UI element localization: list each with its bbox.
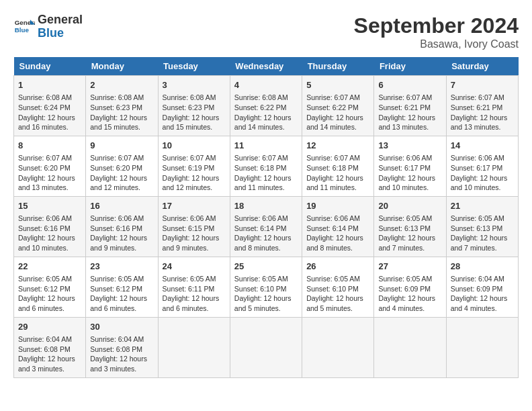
calendar-table: Sunday Monday Tuesday Wednesday Thursday… bbox=[13, 57, 519, 378]
cell-info-line: and 14 minutes. bbox=[234, 122, 298, 132]
title-area: September 2024 Basawa, Ivory Coast bbox=[354, 13, 519, 50]
day-number: 13 bbox=[378, 140, 441, 152]
cell-info-line: Sunset: 6:17 PM bbox=[451, 163, 514, 173]
cell-info-line: and 11 minutes. bbox=[234, 183, 298, 193]
cell-info-line: Sunset: 6:18 PM bbox=[234, 163, 298, 173]
calendar-cell bbox=[374, 317, 446, 377]
cell-info-line: and 14 minutes. bbox=[306, 122, 369, 132]
cell-info-line: Sunset: 6:08 PM bbox=[90, 345, 153, 355]
cell-info-line: Sunset: 6:08 PM bbox=[18, 345, 81, 355]
cell-info-line: Daylight: 12 hours bbox=[378, 113, 441, 123]
cell-info-line: and 9 minutes. bbox=[90, 243, 153, 253]
cell-info-line: and 6 minutes. bbox=[163, 304, 226, 314]
cell-info-line: Daylight: 12 hours bbox=[234, 173, 298, 183]
cell-info-line: Sunrise: 6:05 AM bbox=[90, 274, 153, 284]
cell-info-line: and 5 minutes. bbox=[234, 304, 298, 314]
day-number: 14 bbox=[451, 140, 514, 152]
cell-info-line: Sunrise: 6:07 AM bbox=[90, 153, 153, 163]
cell-info-line: Sunset: 6:23 PM bbox=[163, 103, 226, 113]
day-number: 29 bbox=[18, 321, 81, 333]
calendar-cell: 28Sunrise: 6:04 AMSunset: 6:09 PMDayligh… bbox=[446, 257, 518, 317]
cell-info-line: Sunrise: 6:05 AM bbox=[234, 274, 298, 284]
cell-info-line: Sunrise: 6:07 AM bbox=[163, 153, 226, 163]
calendar-header-row: Sunday Monday Tuesday Wednesday Thursday… bbox=[14, 57, 519, 76]
cell-info-line: and 3 minutes. bbox=[90, 364, 153, 374]
col-monday: Monday bbox=[86, 57, 158, 76]
cell-info-line: Daylight: 12 hours bbox=[18, 293, 81, 304]
cell-info-line: Daylight: 12 hours bbox=[163, 173, 226, 183]
logo: General Blue General Blue bbox=[13, 13, 83, 40]
cell-info-line: and 7 minutes. bbox=[378, 243, 441, 253]
cell-info-line: Sunrise: 6:06 AM bbox=[451, 153, 514, 163]
day-number: 23 bbox=[90, 261, 153, 273]
calendar-cell: 9Sunrise: 6:07 AMSunset: 6:20 PMDaylight… bbox=[86, 136, 158, 196]
day-number: 16 bbox=[90, 200, 153, 212]
day-number: 17 bbox=[163, 200, 226, 212]
cell-info-line: Sunrise: 6:08 AM bbox=[90, 93, 153, 103]
calendar-cell: 2Sunrise: 6:08 AMSunset: 6:23 PMDaylight… bbox=[86, 76, 158, 136]
cell-info-line: and 16 minutes. bbox=[18, 122, 81, 132]
cell-info-line: Sunset: 6:18 PM bbox=[306, 163, 369, 173]
cell-info-line: Sunrise: 6:07 AM bbox=[306, 93, 369, 103]
cell-info-line: and 15 minutes. bbox=[90, 122, 153, 132]
cell-info-line: Daylight: 12 hours bbox=[451, 173, 514, 183]
calendar-cell: 14Sunrise: 6:06 AMSunset: 6:17 PMDayligh… bbox=[446, 136, 518, 196]
cell-info-line: Sunset: 6:10 PM bbox=[234, 284, 298, 294]
day-number: 24 bbox=[163, 261, 226, 273]
cell-info-line: Sunset: 6:09 PM bbox=[378, 284, 441, 294]
cell-info-line: Daylight: 12 hours bbox=[451, 113, 514, 123]
day-number: 18 bbox=[234, 200, 298, 212]
calendar-cell: 1Sunrise: 6:08 AMSunset: 6:24 PMDaylight… bbox=[14, 76, 86, 136]
cell-info-line: and 5 minutes. bbox=[306, 304, 369, 314]
cell-info-line: Sunset: 6:21 PM bbox=[451, 103, 514, 113]
cell-info-line: and 10 minutes. bbox=[451, 183, 514, 193]
day-number: 11 bbox=[234, 140, 298, 152]
day-number: 26 bbox=[306, 261, 369, 273]
cell-info-line: Daylight: 12 hours bbox=[306, 113, 369, 123]
calendar-cell bbox=[158, 317, 230, 377]
calendar-cell: 25Sunrise: 6:05 AMSunset: 6:10 PMDayligh… bbox=[230, 257, 302, 317]
cell-info-line: Sunrise: 6:08 AM bbox=[163, 93, 226, 103]
cell-info-line: Sunset: 6:17 PM bbox=[378, 163, 441, 173]
calendar-cell: 27Sunrise: 6:05 AMSunset: 6:09 PMDayligh… bbox=[374, 257, 446, 317]
cell-info-line: Sunset: 6:14 PM bbox=[234, 224, 298, 234]
cell-info-line: Sunset: 6:13 PM bbox=[378, 224, 441, 234]
logo-icon: General Blue bbox=[13, 16, 35, 38]
col-thursday: Thursday bbox=[302, 57, 374, 76]
cell-info-line: Daylight: 12 hours bbox=[90, 173, 153, 183]
location-title: Basawa, Ivory Coast bbox=[354, 38, 519, 50]
calendar-cell: 8Sunrise: 6:07 AMSunset: 6:20 PMDaylight… bbox=[14, 136, 86, 196]
cell-info-line: and 10 minutes. bbox=[18, 243, 81, 253]
day-number: 2 bbox=[90, 79, 153, 91]
calendar-cell: 3Sunrise: 6:08 AMSunset: 6:23 PMDaylight… bbox=[158, 76, 230, 136]
cell-info-line: Sunrise: 6:04 AM bbox=[451, 274, 514, 284]
cell-info-line: Daylight: 12 hours bbox=[90, 233, 153, 243]
day-number: 27 bbox=[378, 261, 441, 273]
cell-info-line: Daylight: 12 hours bbox=[378, 293, 441, 304]
logo-text: General Blue bbox=[38, 13, 83, 40]
cell-info-line: and 3 minutes. bbox=[18, 364, 81, 374]
cell-info-line: Sunrise: 6:06 AM bbox=[18, 214, 81, 224]
calendar-week-row: 29Sunrise: 6:04 AMSunset: 6:08 PMDayligh… bbox=[14, 317, 519, 377]
day-number: 5 bbox=[306, 79, 369, 91]
calendar-cell bbox=[302, 317, 374, 377]
day-number: 8 bbox=[18, 140, 81, 152]
cell-info-line: Sunset: 6:21 PM bbox=[378, 103, 441, 113]
calendar-cell: 12Sunrise: 6:07 AMSunset: 6:18 PMDayligh… bbox=[302, 136, 374, 196]
day-number: 25 bbox=[234, 261, 298, 273]
calendar-cell: 17Sunrise: 6:06 AMSunset: 6:15 PMDayligh… bbox=[158, 196, 230, 257]
cell-info-line: Daylight: 12 hours bbox=[163, 113, 226, 123]
cell-info-line: Daylight: 12 hours bbox=[234, 113, 298, 123]
cell-info-line: Sunset: 6:15 PM bbox=[163, 224, 226, 234]
calendar-cell: 24Sunrise: 6:05 AMSunset: 6:11 PMDayligh… bbox=[158, 257, 230, 317]
col-wednesday: Wednesday bbox=[230, 57, 302, 76]
cell-info-line: Daylight: 12 hours bbox=[378, 233, 441, 243]
cell-info-line: Daylight: 12 hours bbox=[234, 233, 298, 243]
cell-info-line: Daylight: 12 hours bbox=[163, 233, 226, 243]
calendar-cell: 22Sunrise: 6:05 AMSunset: 6:12 PMDayligh… bbox=[14, 257, 86, 317]
cell-info-line: Sunrise: 6:07 AM bbox=[451, 93, 514, 103]
cell-info-line: and 11 minutes. bbox=[306, 183, 369, 193]
month-title: September 2024 bbox=[354, 13, 519, 38]
cell-info-line: and 13 minutes. bbox=[451, 122, 514, 132]
cell-info-line: and 8 minutes. bbox=[306, 243, 369, 253]
